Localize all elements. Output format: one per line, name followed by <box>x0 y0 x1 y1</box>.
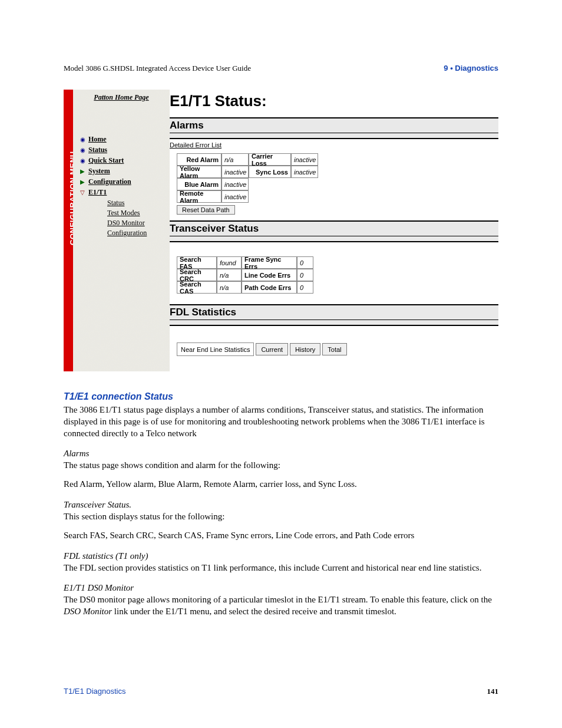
alarm-label: Blue Alarm <box>177 178 222 190</box>
alarm-value: inactive <box>291 166 318 178</box>
stat-value: 0 <box>297 256 313 269</box>
alarm-value: n/a <box>222 153 249 166</box>
transceiver-table: Search FASfoundFrame Sync Errs0 Search C… <box>177 256 498 294</box>
sidebar-brand-bar: CONFIGURATION MENU <box>64 90 73 371</box>
sub-nav-configuration[interactable]: Configuration <box>107 229 170 238</box>
stat-value: n/a <box>217 281 242 294</box>
stat-label: Search FAS <box>177 256 217 269</box>
stat-value: 0 <box>297 281 313 294</box>
fdl-label: Near End Line Statistics <box>177 342 254 356</box>
stat-label: Frame Sync Errs <box>242 256 297 269</box>
stat-value: 0 <box>297 269 313 281</box>
bullet-icon: ◉ <box>79 147 86 153</box>
page-header: Model 3086 G.SHDSL Integrated Access Dev… <box>64 64 498 73</box>
footer-left: T1/E1 Diagnostics <box>64 687 126 696</box>
patton-home-link[interactable]: Patton Home Page <box>73 90 170 102</box>
stat-value: found <box>217 256 242 269</box>
nav-item-configuration[interactable]: ▶Configuration <box>79 177 170 186</box>
collapsed-arrow-icon: ▶ <box>79 168 86 174</box>
page-footer: T1/E1 Diagnostics 141 <box>64 687 498 696</box>
page: Model 3086 G.SHDSL Integrated Access Dev… <box>0 0 562 728</box>
alarm-value: inactive <box>291 153 318 166</box>
body-text: The FDL section provides statistics on T… <box>64 562 498 574</box>
section-alarms-header: Alarms <box>170 117 498 139</box>
body-text: Search FAS, Search CRC, Search CAS, Fram… <box>64 530 498 542</box>
reset-data-path-button[interactable]: Reset Data Path <box>177 205 235 215</box>
alarm-value: inactive <box>222 166 249 178</box>
dso-monitor-italic: DSO Monitor <box>64 607 112 616</box>
alarm-label: Remote Alarm <box>177 190 222 203</box>
alarm-label: Carrier Loss <box>249 153 291 166</box>
stat-label: Path Code Errs <box>242 281 297 294</box>
nav-item-quick-start[interactable]: ◉Quick Start <box>79 156 170 165</box>
sub-nav-ds0-monitor[interactable]: DS0 Monitor <box>107 219 170 228</box>
alarm-value: inactive <box>222 178 249 190</box>
bullet-icon: ◉ <box>79 157 86 164</box>
fdl-current-button[interactable]: Current <box>256 343 288 355</box>
header-left: Model 3086 G.SHDSL Integrated Access Dev… <box>64 64 251 73</box>
expanded-arrow-icon: ▽ <box>79 189 86 196</box>
heading-alarms: Alarms <box>64 449 498 459</box>
fdl-history-button[interactable]: History <box>290 343 320 355</box>
stat-label: Search CAS <box>177 281 217 294</box>
sub-nav-status[interactable]: Status <box>107 199 170 207</box>
nav-item-e1t1[interactable]: ▽E1/T1 <box>79 188 170 197</box>
nav-item-home[interactable]: ◉Home <box>79 135 170 144</box>
embedded-screenshot: CONFIGURATION MENU Patton Home Page ◉Hom… <box>64 90 498 371</box>
stat-value: n/a <box>217 269 242 281</box>
heading-fdl: FDL statistics (T1 only) <box>64 551 498 561</box>
alarm-label: Red Alarm <box>177 153 222 166</box>
heading-ds0: E1/T1 DS0 Monitor <box>64 583 498 593</box>
heading-connection-status: T1/E1 connection Status <box>64 391 498 402</box>
body-text: This section displays status for the fol… <box>64 511 498 523</box>
nav-item-status[interactable]: ◉Status <box>79 146 170 154</box>
nav-sidebar: Patton Home Page ◉Home ◉Status ◉Quick St… <box>73 90 170 371</box>
body-text: The DS0 monitor page allows monitoring o… <box>64 594 498 618</box>
heading-transceiver: Transceiver Status. <box>64 500 498 510</box>
body-text: Red Alarm, Yellow alarm, Blue Alarm, Rem… <box>64 479 498 490</box>
alarm-value: inactive <box>222 190 249 203</box>
sub-nav-test-modes[interactable]: Test Modes <box>107 209 170 218</box>
nav-item-system[interactable]: ▶System <box>79 167 170 176</box>
fdl-row: Near End Line Statistics Current History… <box>177 342 498 356</box>
alarm-label: Yellow Alarm <box>177 166 222 178</box>
fdl-total-button[interactable]: Total <box>322 343 346 355</box>
body-text: The 3086 E1/T1 status page displays a nu… <box>64 404 498 439</box>
footer-page-number: 141 <box>487 687 499 696</box>
bullet-icon: ◉ <box>79 136 86 143</box>
collapsed-arrow-icon: ▶ <box>79 179 86 185</box>
section-fdl-header: FDL Statistics <box>170 304 498 326</box>
header-right: 9 • Diagnostics <box>444 64 498 73</box>
page-title: E1/T1 Status: <box>170 92 498 110</box>
alarm-label: Sync Loss <box>249 166 291 178</box>
section-transceiver-header: Transceiver Status <box>170 220 498 242</box>
alarms-table: Red Alarmn/aCarrier Lossinactive Yellow … <box>177 153 498 203</box>
status-panel: E1/T1 Status: Alarms Detailed Error List… <box>170 90 498 371</box>
stat-label: Line Code Errs <box>242 269 297 281</box>
stat-label: Search CRC <box>177 269 217 281</box>
detailed-error-list-link[interactable]: Detailed Error List <box>170 141 222 149</box>
body-text: The status page shows condition and alar… <box>64 460 498 472</box>
